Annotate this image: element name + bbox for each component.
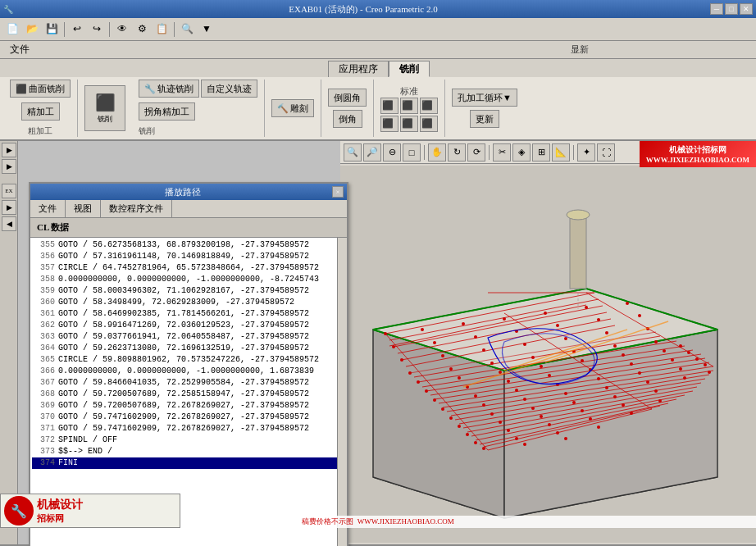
cl-line: 363GOTO / 59.0377661941, 72.0640558487, … — [32, 331, 345, 343]
svg-point-37 — [384, 332, 387, 335]
custom-trajectory-button[interactable]: 自定义轨迹 — [201, 80, 257, 98]
cl-line: 373$$--> END / — [32, 446, 345, 457]
sidebar-btn-2[interactable]: ▶ — [2, 159, 16, 174]
svg-point-69 — [458, 376, 461, 380]
std-btn-4[interactable]: ⬛ — [380, 116, 398, 132]
sidebar-btn-ex[interactable]: EX — [2, 184, 16, 198]
svg-point-59 — [687, 351, 690, 354]
vp-section[interactable]: ✂ — [493, 143, 511, 162]
save-button[interactable]: 💾 — [43, 20, 61, 39]
dialog-tab-view[interactable]: 视图 — [66, 200, 101, 217]
svg-point-110 — [466, 433, 469, 436]
ribbon-group-standard: 标准 ⬛ ⬛ ⬛ ⬛ ⬛ ⬛ — [374, 80, 445, 137]
ribbon-group-drill: 孔加工循环▼ 更新 — [445, 80, 524, 137]
dialog-tab-file[interactable]: 文件 — [30, 200, 66, 217]
vp-orient[interactable]: ⟳ — [467, 143, 485, 162]
vp-zoom-out[interactable]: 🔎 — [363, 143, 381, 162]
cl-line: 3580.0000000000, 0.0000000000, -1.000000… — [32, 274, 345, 285]
svg-point-120 — [523, 443, 526, 446]
undo-button[interactable]: ↩ — [68, 20, 86, 39]
cl-scrollbar[interactable] — [337, 238, 347, 546]
ribbon-group-roughing: ⬛ 曲面铣削 精加工 粗加工 — [3, 80, 78, 137]
vp-fit[interactable]: ⊖ — [383, 143, 401, 162]
svg-point-93 — [523, 398, 526, 401]
vp-display[interactable]: ◈ — [512, 143, 531, 162]
svg-point-113 — [589, 417, 592, 421]
sidebar-btn-1[interactable]: ▶ — [2, 143, 16, 157]
svg-point-89 — [638, 371, 641, 375]
surface-milling-button[interactable]: ⬛ 曲面铣削 — [10, 80, 71, 98]
corner-buttons: 拐角精加工 — [139, 102, 195, 121]
finish-button[interactable]: 精加工 — [21, 102, 60, 121]
std-btn-1[interactable]: ⬛ — [380, 98, 398, 114]
roughing-buttons-2: 精加工 — [21, 102, 60, 121]
sidebar-btn-3[interactable]: ▶ — [2, 200, 16, 215]
fillet-button[interactable]: 倒圆角 — [328, 89, 367, 107]
scene-svg — [340, 164, 756, 544]
std-btn-5[interactable]: ⬛ — [400, 116, 418, 132]
ribbon-group-turning: 🔧 轨迹铣削 自定义轨迹 拐角精加工 铣削 — [132, 80, 265, 137]
window-controls[interactable]: ─ □ ✕ — [710, 3, 753, 15]
svg-point-123 — [567, 210, 590, 220]
sidebar-btn-4[interactable]: ◀ — [2, 216, 16, 231]
redo-button[interactable]: ↪ — [88, 20, 106, 39]
svg-point-49 — [597, 318, 600, 321]
zoom-button[interactable]: 🔍 — [178, 20, 196, 39]
vp-extra[interactable]: ✦ — [577, 143, 595, 162]
svg-point-94 — [564, 392, 567, 395]
update-button[interactable]: 更新 — [470, 110, 499, 128]
tab-applications[interactable]: 应用程序 — [328, 61, 389, 77]
app-status: 显新 — [571, 43, 589, 56]
tab-milling[interactable]: 铣削 — [389, 61, 430, 77]
close-button[interactable]: ✕ — [740, 3, 753, 15]
milling-icon: ⬛ — [95, 93, 116, 112]
turning-label: 铣削 — [139, 125, 155, 137]
logo-sub: 招标网 — [37, 512, 83, 525]
vp-grid[interactable]: ⊞ — [532, 143, 550, 162]
chamfer-button[interactable]: 倒角 — [333, 110, 362, 128]
std-btn-3[interactable]: ⬛ — [420, 98, 438, 114]
milling-large-button[interactable]: ⬛ 铣削 — [84, 85, 125, 131]
vp-window[interactable]: □ — [403, 143, 421, 162]
dropdown-button[interactable]: ▼ — [198, 20, 216, 39]
viewport: 🔍 🔎 ⊖ □ ✋ ↻ ⟳ ✂ ◈ ⊞ 📐 ✦ ⛶ — [340, 141, 756, 544]
minimize-button[interactable]: ─ — [710, 3, 723, 15]
settings-button[interactable]: ⚙ — [133, 20, 151, 39]
svg-point-45 — [433, 341, 436, 344]
vp-pan[interactable]: ✋ — [428, 143, 446, 162]
std-btn-2[interactable]: ⬛ — [400, 98, 418, 114]
svg-point-54 — [482, 348, 485, 352]
vp-zoom-in[interactable]: 🔍 — [344, 143, 362, 162]
std-btn-6[interactable]: ⬛ — [420, 116, 438, 132]
vp-measure[interactable]: 📐 — [552, 143, 570, 162]
dialog-tab-nc[interactable]: 数控程序文件 — [101, 200, 172, 217]
cl-line: 360GOTO / 58.3498499, 72.0629283009, -27… — [32, 297, 345, 308]
svg-point-104 — [458, 425, 461, 428]
open-button[interactable]: 📂 — [23, 20, 41, 39]
svg-point-51 — [679, 344, 682, 348]
trajectory-button[interactable]: 🔧 轨迹铣削 — [139, 80, 199, 98]
main-toolbar: 📄 📂 💾 ↩ ↪ 👁 ⚙ 📋 🔍 ▼ — [0, 18, 756, 41]
cl-line: 356GOTO / 57.3161961148, 70.1469818849, … — [32, 251, 345, 262]
corner-finish-button[interactable]: 拐角精加工 — [139, 102, 195, 121]
ribbon-group-carve: 🔨 雕刻 — [265, 80, 321, 137]
new-button[interactable]: 📄 — [3, 20, 21, 39]
cl-line: 364GOTO / 59.2623713080, 72.1696132519, … — [32, 343, 345, 354]
dialog-close-button[interactable]: × — [332, 186, 344, 198]
layers-button[interactable]: 📋 — [153, 20, 171, 39]
cl-line: 361GOTO / 58.6469902385, 71.7814566261, … — [32, 308, 345, 320]
view-button[interactable]: 👁 — [113, 20, 131, 39]
menu-file[interactable]: 文件 — [3, 41, 36, 58]
vp-sep-2 — [489, 145, 490, 160]
maximize-button[interactable]: □ — [725, 3, 738, 15]
cl-line: 368GOTO / 59.7200507689, 72.2585158947, … — [32, 389, 345, 400]
svg-point-106 — [540, 415, 543, 418]
vp-network[interactable]: ⛶ — [597, 143, 615, 162]
cl-line: 374FINI — [32, 457, 345, 469]
svg-point-53 — [441, 354, 444, 357]
svg-point-60 — [408, 371, 412, 375]
vp-rotate[interactable]: ↻ — [448, 143, 466, 162]
carve-button[interactable]: 🔨 雕刻 — [271, 99, 314, 117]
svg-point-114 — [630, 412, 633, 415]
drill-cycle-button[interactable]: 孔加工循环▼ — [452, 89, 517, 107]
